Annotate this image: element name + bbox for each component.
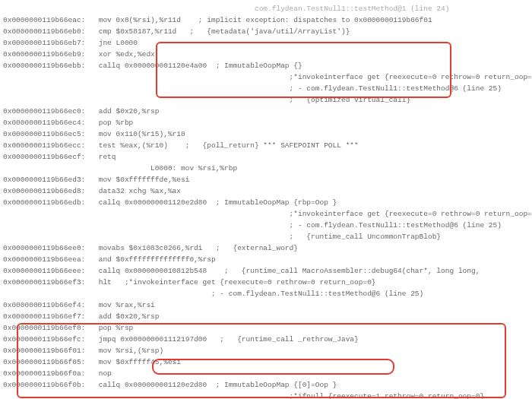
instr: hlt ;*invokeinterface get {reexecute=0 r… — [94, 278, 376, 287]
code-line: 0x0000000119b66ecc: test %eax,(%r10) ; {… — [3, 140, 532, 151]
addr: 0x0000000119b66f05: — [3, 356, 94, 368]
addr: 0x0000000119b66ef7: — [3, 311, 94, 322]
addr: 0x0000000119b66eb9: — [3, 49, 94, 60]
code-line: ; - com.flydean.TestNull1::testMethod@6 … — [3, 220, 532, 231]
instr: callq 0x000000001120e2d80 ; ImmutableOop… — [94, 198, 337, 207]
code-line: L0000: mov %rsi,%rbp — [3, 163, 532, 174]
code-line: ;*ifnull {reexecute=1 rethrow=0 return_o… — [3, 391, 532, 399]
instr: and $0xffffffffffffff0,%rsp — [94, 255, 216, 264]
instr: ; - com.flydean.TestNull1::testMethod@6 … — [94, 84, 502, 93]
instr: ; {runtime_call UncommonTrapBlob} — [94, 233, 441, 241]
code-line: 0x0000000119b66eb9: xor %edx,%edx — [3, 49, 532, 60]
addr: 0x0000000119b66ef3: — [3, 277, 94, 288]
addr: 0x0000000119b66ef4: — [3, 299, 94, 311]
instr: L0000: mov %rsi,%rbp — [94, 164, 237, 173]
instr: mov 0x110(%r15),%r10 — [94, 130, 185, 138]
instr: com.flydean.TestNull1::testMethod@1 (lin… — [94, 5, 449, 13]
code-line: ;*invokeinterface get {reexecute=0 rethr… — [3, 208, 532, 220]
instr: callq 0x000000001120e4a00 ; ImmutableOop… — [94, 62, 302, 70]
addr: 0x0000000119b66ecc: — [3, 140, 94, 151]
addr: 0x0000000119b66ef0: — [3, 322, 94, 334]
instr: callq 0x000000001120e2d80 ; ImmutableOop… — [94, 381, 337, 389]
instr: jmpq 0x000000001112197d00 ; {runtime_cal… — [94, 335, 359, 344]
code-line: 0x0000000119b66ebb: callq 0x000000001120… — [3, 60, 532, 71]
code-line: 0x0000000119b66ef0: pop %rsp — [3, 322, 532, 334]
addr: 0x0000000119b66f0b: — [3, 379, 94, 391]
addr: 0x0000000119b66ecf: — [3, 151, 94, 163]
instr: mov %rax,%rsi — [94, 301, 155, 309]
addr: 0x0000000119b66efc: — [3, 334, 94, 345]
instr: ;*ifnull {reexecute=1 rethrow=0 return_o… — [94, 392, 484, 399]
instr: retq — [94, 153, 116, 161]
instr: xor %edx,%edx — [94, 50, 155, 59]
instr: test %eax,(%r10) ; {poll_return} *** SAF… — [94, 141, 359, 150]
instr: cmp $0x58187,%r11d ; {metadata('java/uti… — [94, 27, 350, 36]
addr: 0x0000000119b66f01: — [3, 345, 94, 356]
code-line: ; {runtime_call UncommonTrapBlob} — [3, 231, 532, 242]
instr: ;*invokeinterface get {reexecute=0 rethr… — [94, 73, 532, 81]
code-line: 0x0000000119b66f0a: nop — [3, 368, 532, 379]
code-line: 0x0000000119b66ec0: add $0x20,%rsp — [3, 106, 532, 117]
code-line: ; - com.flydean.TestNull1::testMethod@6 … — [3, 288, 532, 299]
code-line: 0x0000000119b66eea: and $0xfffffffffffff… — [3, 254, 532, 265]
code-line: 0x0000000119b66f05: mov $0xfffff45,%esi — [3, 356, 532, 368]
addr: 0x0000000119b66edb: — [3, 197, 94, 208]
instr: ; {optimized virtual_call} — [94, 96, 410, 104]
code-line: ;*invokeinterface get {reexecute=0 rethr… — [3, 71, 532, 83]
code-line: 0x0000000119b66ef3: hlt ;*invokeinterfac… — [3, 277, 532, 288]
addr: 0x0000000119b66ec4: — [3, 117, 94, 128]
instr: nop — [94, 369, 112, 378]
instr: ;*invokeinterface get {reexecute=0 rethr… — [94, 210, 532, 218]
code-line: 0x0000000119b66efc: jmpq 0x0000000011121… — [3, 334, 532, 345]
code-line: 0x0000000119b66ef7: add $0x20,%rsp — [3, 311, 532, 322]
instr: add $0x20,%rsp — [94, 312, 160, 321]
instr: mov 0x8(%rsi),%r11d ; implicit exception… — [94, 16, 432, 24]
code-line: 0x0000000119b66ed8: data32 xchg %ax,%ax — [3, 185, 532, 197]
code-line: 0x0000000119b66eac: mov 0x8(%rsi),%r11d … — [3, 14, 532, 26]
code-line: 0x0000000119b66ef4: mov %rax,%rsi — [3, 299, 532, 311]
code-line: 0x0000000119b66eb7: jne L0000 — [3, 37, 532, 49]
code-line: 0x0000000119b66ed3: mov $0xfffffffde,%es… — [3, 174, 532, 185]
code-line: 0x0000000119b66ec4: pop %rbp — [3, 117, 532, 128]
addr: 0x0000000119b66ed3: — [3, 174, 94, 185]
code-line: 0x0000000119b66ee0: movabs $0x1083c0266,… — [3, 242, 532, 254]
instr: callq 0x0000000010812b548 ; {runtime_cal… — [94, 267, 480, 275]
code-line: 0x0000000119b66f01: mov %rsi,(%rsp) — [3, 345, 532, 356]
code-line: 0x0000000119b66edb: callq 0x000000001120… — [3, 197, 532, 208]
addr: 0x0000000119b66eea: — [3, 254, 94, 265]
code-line: ; - com.flydean.TestNull1::testMethod@6 … — [3, 83, 532, 94]
instr: mov %rsi,(%rsp) — [94, 347, 163, 355]
addr: 0x0000000119b66eb0: — [3, 26, 94, 37]
instr: movabs $0x1083c0266,%rdi ; {external_wor… — [94, 244, 298, 252]
code-line: 0x0000000119b66eee: callq 0x000000001081… — [3, 265, 532, 277]
addr: 0x0000000119b66ed8: — [3, 185, 94, 197]
instr: mov $0xfffff45,%esi — [94, 358, 181, 366]
addr: 0x0000000119b66f0a: — [3, 368, 94, 379]
instr: ; - com.flydean.TestNull1::testMethod@6 … — [94, 221, 502, 230]
addr: 0x0000000119b66eac: — [3, 14, 94, 26]
instr: pop %rbp — [94, 119, 133, 127]
instr: ; - com.flydean.TestNull1::testMethod@6 … — [94, 290, 423, 298]
addr: 0x0000000119b66ec5: — [3, 128, 94, 140]
code-line: 0x0000000119b66ecf: retq — [3, 151, 532, 163]
instr: jne L0000 — [94, 39, 138, 47]
addr: 0x0000000119b66ee0: — [3, 242, 94, 254]
instr: pop %rsp — [94, 324, 133, 332]
addr: 0x0000000119b66eee: — [3, 265, 94, 277]
code-line: 0x0000000119b66f0b: callq 0x000000001120… — [3, 379, 532, 391]
instr: data32 xchg %ax,%ax — [94, 187, 181, 195]
instr: mov $0xfffffffde,%esi — [94, 176, 189, 184]
disassembly-listing: com.flydean.TestNull1::testMethod@1 (lin… — [3, 3, 532, 399]
addr: 0x0000000119b66ebb: — [3, 60, 94, 71]
addr: 0x0000000119b66ec0: — [3, 106, 94, 117]
code-line: 0x0000000119b66eb0: cmp $0x58187,%r11d ;… — [3, 26, 532, 37]
addr: 0x0000000119b66eb7: — [3, 37, 94, 49]
code-line: com.flydean.TestNull1::testMethod@1 (lin… — [3, 3, 532, 14]
code-line: ; {optimized virtual_call} — [3, 94, 532, 106]
instr: add $0x20,%rsp — [94, 107, 160, 116]
code-line: 0x0000000119b66ec5: mov 0x110(%r15),%r10 — [3, 128, 532, 140]
